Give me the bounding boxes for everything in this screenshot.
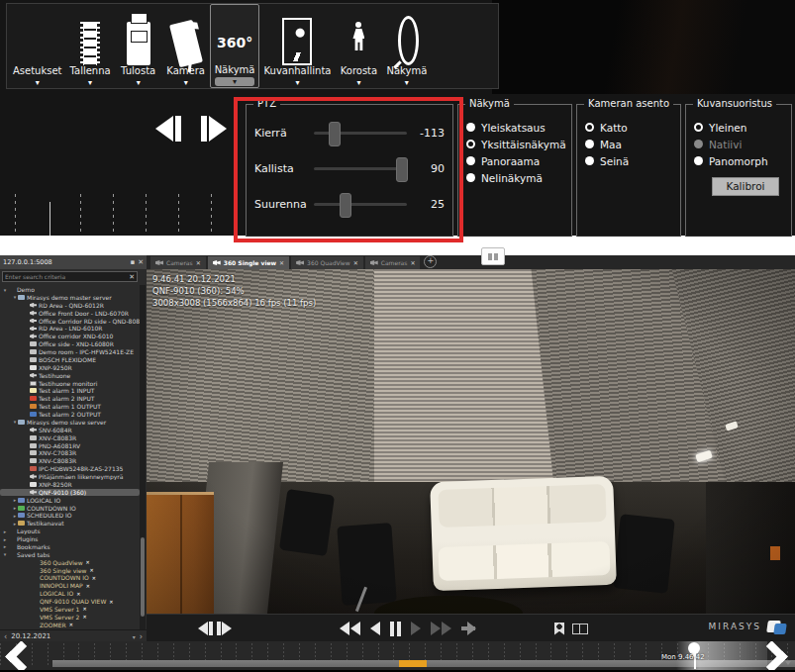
rewind-button[interactable] [340, 622, 360, 635]
search-input[interactable]: Enter search criteria ✕ [2, 271, 138, 282]
radio-icon[interactable] [466, 156, 475, 165]
prev-date-arrow[interactable]: ‹ [4, 632, 7, 641]
tree-item[interactable]: ▾ Demo ✕ [0, 286, 140, 293]
close-icon[interactable]: ✕ [82, 606, 86, 612]
step-backward-button[interactable] [198, 622, 213, 635]
tree-item[interactable]: Test alarm 1 INPUT ✕ [0, 387, 140, 394]
add-tab-button[interactable]: + [424, 255, 437, 268]
chevron-down-icon[interactable]: ▾ [70, 78, 110, 87]
tree-item[interactable]: ▾ Saved tabs ✕ [0, 551, 140, 558]
tree-item[interactable]: Demo room - IPC-HFW5241E-ZE ✕ [0, 348, 140, 355]
tree-item[interactable]: Test alarm 2 OUTPUT ✕ [0, 411, 140, 418]
close-icon[interactable]: ✕ [279, 259, 284, 266]
tree-item[interactable]: Office Front Door - LND-6070R ✕ [0, 310, 140, 317]
chevron-down-icon[interactable]: ▾ [18, 78, 57, 87]
chevron-down-icon[interactable]: ▾ [339, 78, 378, 87]
chevron-down-icon[interactable]: ▾ [166, 78, 206, 87]
radio-option[interactable]: Nelinäkymä [466, 169, 571, 186]
toolbar-button[interactable]: Tallenna ▾ [66, 4, 115, 88]
sidebar-scrollbar[interactable] [140, 285, 146, 629]
tree-item[interactable]: RD Area - QND-6012R ✕ [0, 302, 140, 309]
play-backward-button[interactable] [370, 622, 380, 635]
radio-icon[interactable] [585, 140, 594, 148]
tree-item[interactable]: XNV-C8083R ✕ [0, 457, 140, 464]
close-icon[interactable]: ✕ [86, 559, 90, 565]
close-icon[interactable]: ✕ [109, 599, 113, 605]
tree-item[interactable]: PND-A6081RV ✕ [0, 442, 140, 449]
next-date-arrow[interactable]: › [140, 632, 143, 641]
tree-item[interactable]: Testihuone monitori ✕ [0, 380, 140, 387]
tree-item[interactable]: XNP-9250R ✕ [0, 364, 140, 371]
slider-track[interactable] [314, 203, 407, 206]
tree-item[interactable]: VMS Server 2 ✕ [0, 614, 140, 621]
chevron-down-icon[interactable]: ▾ [119, 78, 158, 87]
tree-item[interactable]: COUNTDOWN IO ✕ [0, 574, 140, 581]
tree-item[interactable]: ▾ Mirasys demo master server ✕ [0, 294, 140, 301]
view-tab[interactable]: 360 Single view ✕ [208, 256, 289, 269]
close-icon[interactable]: ✕ [76, 591, 80, 597]
radio-icon[interactable] [694, 156, 703, 165]
radio-option[interactable]: Yleinen [694, 119, 791, 136]
toolbar-button[interactable]: 360° Näkymä ▾ [210, 4, 260, 88]
radio-option[interactable]: Panomorph [694, 152, 791, 169]
chevron-down-icon[interactable]: ▾ [387, 78, 427, 87]
chevron-down-icon[interactable]: ▾ [215, 77, 254, 86]
toolbar-button[interactable]: Tulosta ▾ [115, 4, 162, 88]
tree-item[interactable]: ▸ Testikanavat ✕ [0, 520, 140, 527]
radio-option[interactable]: Maa [585, 136, 680, 152]
tree-item[interactable]: Testihuone ✕ [0, 372, 140, 379]
toolbar-button[interactable]: Kuvanhallinta ▾ [259, 4, 335, 88]
fast-forward-button[interactable] [431, 622, 451, 635]
tree-item[interactable]: ▸ SCHEDULED IO ✕ [0, 512, 140, 519]
tree-item[interactable]: XNP-8250R ✕ [0, 481, 140, 488]
tree-item[interactable]: ▸ COUNTDOWN IO ✕ [0, 505, 140, 512]
tree-item[interactable]: QNF-9010 (360) ✕ [0, 489, 140, 496]
pause-button[interactable] [390, 622, 401, 636]
radio-option[interactable]: Panoraama [466, 152, 571, 169]
tree-item[interactable]: Test alarm 2 INPUT ✕ [0, 395, 140, 402]
close-icon[interactable]: ✕ [90, 567, 94, 573]
toolbar-button[interactable]: Asetukset ▾ [9, 4, 66, 88]
tree-item[interactable]: XNV-C8083R ✕ [0, 434, 140, 441]
play-button[interactable] [411, 622, 421, 635]
tree-item[interactable]: BOSCH FLEXIDOME ✕ [0, 356, 140, 363]
close-icon[interactable]: ✕ [82, 614, 86, 620]
bookmark-icon[interactable] [554, 623, 564, 635]
view-tab[interactable]: 360 QuadView ✕ [291, 256, 363, 269]
tree-item[interactable]: ▸ Layouts ✕ [0, 528, 140, 534]
tree-item[interactable]: ▾ Mirasys demo slave server ✕ [0, 419, 140, 426]
close-icon[interactable]: ✕ [86, 583, 90, 589]
tree-item[interactable]: Office side - XND-L6080R ✕ [0, 340, 140, 347]
slider-thumb[interactable] [396, 157, 408, 182]
tree-item[interactable]: Office Corridor RD side - QND-8080R ✕ [0, 318, 140, 325]
radio-option[interactable]: Natiivi [694, 136, 791, 152]
radio-icon[interactable] [466, 173, 475, 182]
radio-icon[interactable] [585, 156, 594, 165]
tree-item[interactable]: XNV-C7083R ✕ [0, 449, 140, 456]
tree-item[interactable]: 360 Single view ✕ [0, 567, 140, 574]
radio-icon[interactable] [466, 140, 475, 148]
camera-view-360[interactable]: 9.46.41 20.12.2021 QNF-9010 (360): 54% 3… [147, 269, 795, 614]
step-backward-button[interactable] [149, 109, 188, 148]
event-marker[interactable] [399, 660, 427, 667]
slider-thumb[interactable] [340, 193, 351, 218]
tree-item[interactable]: Test alarm 1 OUTPUT ✕ [0, 403, 140, 410]
pin-icon[interactable]: ▪ [130, 258, 135, 266]
radio-option[interactable]: Yksittäisnäkymä [466, 136, 571, 152]
radio-icon[interactable] [466, 123, 475, 132]
camera-hover-toolbar[interactable] [481, 247, 505, 265]
slider-track[interactable] [314, 132, 407, 135]
close-icon[interactable]: ✕ [410, 259, 415, 266]
tree-item[interactable]: Pitäjänmäen liikenneympyrä ✕ [0, 473, 140, 480]
tree-item[interactable]: VMS Server 1 ✕ [0, 606, 140, 613]
scrollbar-thumb[interactable] [141, 537, 145, 617]
date-value[interactable]: 20.12.2021 [11, 632, 50, 640]
slider-thumb[interactable] [329, 122, 341, 146]
calibrate-button[interactable]: Kalibroi [712, 177, 779, 196]
step-forward-button[interactable] [194, 109, 234, 148]
radio-option[interactable]: Yleiskatsaus [466, 119, 571, 136]
tree-item[interactable]: 360 QuadView ✕ [0, 559, 140, 566]
jump-forward-button[interactable] [461, 626, 479, 630]
toolbar-button[interactable]: Näkymä ▾ [382, 4, 431, 88]
view-tab[interactable]: Cameras ✕ [150, 256, 206, 269]
